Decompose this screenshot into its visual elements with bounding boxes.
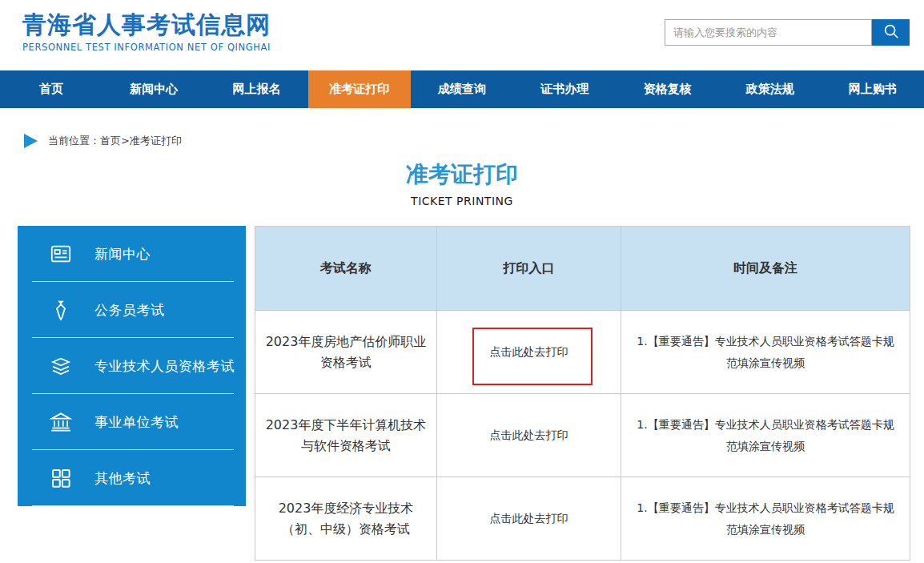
nav-item-6[interactable]: 资格复核 [616,70,718,108]
column-header-0: 考试名称 [255,227,437,311]
site-subtitle: PERSONNEL TEST INFORMATION NET OF QINGHA… [22,42,271,53]
print-entry-cell: 点击此处去打印 [437,311,621,394]
nav-item-7[interactable]: 政策法规 [719,70,822,108]
sidebar-item-0[interactable]: 新闻中心 [18,226,246,282]
nav-item-0[interactable]: 首页 [0,70,102,108]
breadcrumb-path[interactable]: 首页>准考证打印 [100,135,182,147]
column-header-1: 打印入口 [437,227,621,311]
bank-icon [48,409,74,435]
nav-item-1[interactable]: 新闻中心 [102,70,205,108]
note-cell: 1.【重要通告】专业技术人员职业资格考试答题卡规范填涂宣传视频 [621,394,910,477]
sidebar-item-label: 专业技术人员资格考试 [94,357,235,376]
search-button[interactable] [872,19,910,46]
sidebar-item-label: 事业单位考试 [94,413,179,432]
nav-item-4[interactable]: 成绩查询 [411,70,513,108]
page-title: 准考证打印 [0,159,924,190]
print-entry-cell: 点击此处去打印 [437,477,621,561]
exam-name-cell: 2023年度房地产估价师职业资格考试 [255,311,437,394]
print-entry-cell: 点击此处去打印 [437,394,621,477]
exam-table: 考试名称打印入口时间及备注 2023年度房地产估价师职业资格考试 点击此处去打印… [255,226,910,561]
column-header-2: 时间及备注 [621,227,910,311]
site-title: 青海省人事考试信息网 [22,10,271,39]
nav-item-5[interactable]: 证书办理 [513,70,616,108]
breadcrumb-arrow-icon [24,134,38,148]
exam-name-cell: 2023年度经济专业技术（初、中级）资格考试 [255,477,437,561]
sidebar-item-label: 新闻中心 [94,245,151,263]
nav-item-8[interactable]: 网上购书 [822,70,924,108]
layers-icon [48,353,74,379]
note-cell: 1.【重要通告】专业技术人员职业资格考试答题卡规范填涂宣传视频 [621,311,910,394]
sidebar: 新闻中心 公务员考试 专业技术人员资格考试 事业单位考试 其他考试 [18,226,246,506]
nav-item-2[interactable]: 网上报名 [205,70,307,108]
sidebar-item-2[interactable]: 专业技术人员资格考试 [18,338,246,394]
sidebar-item-label: 其他考试 [94,469,151,488]
print-entry-link[interactable]: 点击此处去打印 [490,428,568,441]
sidebar-item-label: 公务员考试 [94,301,165,320]
table-row: 2023年度经济专业技术（初、中级）资格考试 点击此处去打印 1.【重要通告】专… [255,477,910,561]
tie-icon [48,297,74,323]
page-subtitle: TICKET PRINTING [0,195,924,207]
table-row: 2023年度房地产估价师职业资格考试 点击此处去打印 1.【重要通告】专业技术人… [255,311,910,394]
sidebar-item-1[interactable]: 公务员考试 [18,282,246,338]
print-entry-link[interactable]: 点击此处去打印 [490,345,568,358]
main-content: 新闻中心 公务员考试 专业技术人员资格考试 事业单位考试 其他考试 考试名称打印… [0,226,924,561]
print-entry-link[interactable]: 点击此处去打印 [490,512,568,525]
search-bar [665,19,910,46]
exam-name-cell: 2023年度下半年计算机技术与软件资格考试 [255,394,437,477]
table-header-row: 考试名称打印入口时间及备注 [255,227,910,311]
breadcrumb-label: 当前位置： [48,135,100,147]
exam-table-wrapper: 考试名称打印入口时间及备注 2023年度房地产估价师职业资格考试 点击此处去打印… [255,226,910,561]
site-logo[interactable]: 青海省人事考试信息网 PERSONNEL TEST INFORMATION NE… [22,10,271,53]
sidebar-item-3[interactable]: 事业单位考试 [18,394,246,450]
main-nav: 首页新闻中心网上报名准考证打印成绩查询证书办理资格复核政策法规网上购书 [0,70,924,108]
note-cell: 1.【重要通告】专业技术人员职业资格考试答题卡规范填涂宣传视频 [621,477,910,561]
sidebar-item-4[interactable]: 其他考试 [18,450,246,506]
site-header: 青海省人事考试信息网 PERSONNEL TEST INFORMATION NE… [0,0,924,70]
table-row: 2023年度下半年计算机技术与软件资格考试 点击此处去打印 1.【重要通告】专业… [255,394,910,477]
nav-item-3-active[interactable]: 准考证打印 [308,70,411,108]
news-icon [48,241,74,267]
breadcrumb: 当前位置：首页>准考证打印 [24,133,924,149]
grid-icon [48,465,74,491]
search-input[interactable] [665,19,872,46]
search-icon [882,22,900,42]
